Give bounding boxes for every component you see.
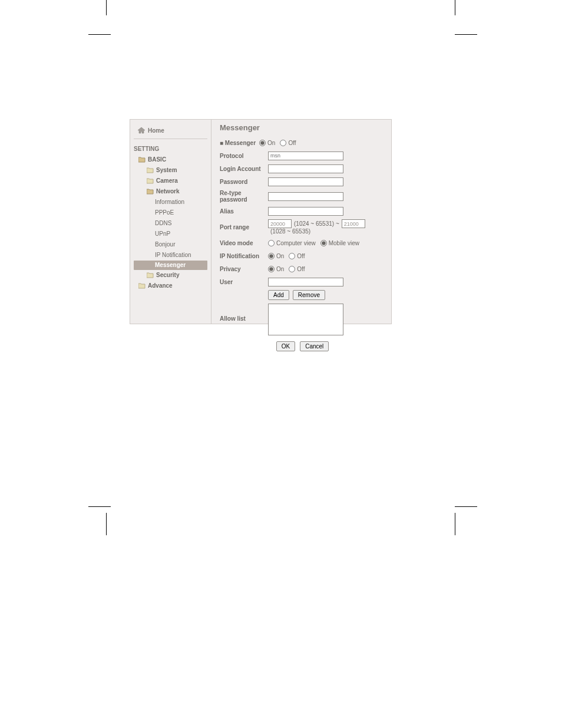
ipnotif-opts: On Off [268,253,310,259]
sidebar-item-security[interactable]: Security [134,270,211,281]
messenger-label: ■ Messenger [220,140,256,146]
radio-on[interactable] [268,266,275,272]
heading-text: SETTING [134,145,159,153]
radio-label: On [276,266,284,272]
radio-mobile[interactable] [320,240,327,246]
remove-button[interactable]: Remove [293,290,325,300]
videomode-opts: Computer view Mobile view [268,240,364,246]
radio-off[interactable] [289,253,295,259]
row-videomode: Video mode Computer view Mobile view [220,238,385,248]
row-protocol: Protocol [220,151,385,160]
sidebar: Home SETTING BASIC System Camera [130,120,211,324]
messenger-on[interactable]: On [259,140,275,146]
sidebar-item-upnp[interactable]: UPnP [134,229,211,239]
add-button[interactable]: Add [268,290,289,300]
radio-label: Off [297,266,305,272]
radio-off[interactable] [280,140,286,146]
sidebar-item-ipnotification[interactable]: IP Notification [134,250,211,261]
radio-label: On [276,253,284,259]
content-area: Messenger ■ Messenger On Off Protocol Lo… [211,120,391,324]
sidebar-item-system[interactable]: System [134,165,211,176]
field-label: Allow list [220,304,268,322]
addremove-opts: Add Remove [268,290,325,300]
folder-icon [138,283,146,289]
page-title: Messenger [220,123,385,132]
sidebar-item-network[interactable]: Network [134,186,211,197]
item-label: PPPoE [155,209,174,217]
field-label: User [220,279,268,285]
item-label: Advance [148,282,173,290]
sidebar-item-pppoe[interactable]: PPPoE [134,207,211,218]
login-input[interactable] [268,164,343,173]
home-link[interactable]: Home [134,124,207,139]
port-end-input[interactable] [342,219,365,228]
item-label: Information [155,198,184,206]
sidebar-item-ddns[interactable]: DDNS [134,218,211,229]
item-label: Messenger [155,261,186,269]
sidebar-heading-setting: SETTING [134,144,211,154]
folder-open-icon [147,189,154,195]
item-label: UPnP [155,230,170,238]
item-label: DDNS [155,219,171,228]
field-label: Password [220,179,268,185]
folder-icon [147,167,154,173]
crop-mark [88,34,111,35]
field-label: Privacy [220,266,268,272]
radio-label: Computer view [276,240,316,246]
crop-mark [455,34,477,35]
messenger-off[interactable]: Off [280,140,296,146]
crop-mark [106,0,107,15]
item-label: Network [156,187,179,196]
video-mobile[interactable]: Mobile view [320,240,359,246]
retype-input[interactable] [268,192,343,201]
portrange-opts: (1024 ~ 65531) ~ (1028 ~ 65535) [268,219,385,235]
field-label: Port range [220,224,268,230]
nav-tree: SETTING BASIC System Camera Network [130,143,211,291]
ok-button[interactable]: OK [276,341,295,351]
radio-on[interactable] [268,253,275,259]
sidebar-item-information[interactable]: Information [134,197,211,207]
ipnotif-on[interactable]: On [268,253,284,259]
privacy-off[interactable]: Off [289,266,305,272]
port-start-input[interactable] [268,219,292,228]
messenger-toggle-row: ■ Messenger On Off [220,138,385,147]
folder-icon [147,272,154,278]
allowlist-box[interactable] [268,304,343,335]
row-privacy: Privacy On Off [220,264,385,274]
field-label: IP Notification [220,253,268,259]
video-computer[interactable]: Computer view [268,240,316,246]
radio-on[interactable] [259,140,266,146]
protocol-input[interactable] [268,151,343,160]
crop-mark [455,506,477,507]
cancel-button[interactable]: Cancel [300,341,329,351]
radio-off[interactable] [289,266,295,272]
item-label: Bonjour [155,241,175,249]
privacy-opts: On Off [268,266,310,272]
crop-mark [88,506,111,507]
field-label: Video mode [220,240,268,246]
sidebar-item-advance[interactable]: Advance [134,281,211,291]
row-user: User [220,277,385,286]
row-retype: Re-type password [220,190,385,203]
ipnotif-off[interactable]: Off [289,253,305,259]
item-label: Security [156,271,179,279]
field-label: Alias [220,208,268,215]
item-label: BASIC [148,156,166,164]
sidebar-item-messenger[interactable]: Messenger [134,261,207,270]
sidebar-item-camera[interactable]: Camera [134,176,211,186]
sidebar-item-basic[interactable]: BASIC [134,154,211,165]
user-input[interactable] [268,278,343,286]
alias-input[interactable] [268,207,343,216]
radio-label: Off [297,253,305,259]
radio-computer[interactable] [268,240,275,246]
settings-panel: Home SETTING BASIC System Camera [130,119,392,324]
password-input[interactable] [268,177,343,186]
row-ipnotif: IP Notification On Off [220,251,385,261]
row-allowlist: Allow list [220,304,385,335]
field-label: Re-type password [220,190,268,203]
privacy-on[interactable]: On [268,266,284,272]
sidebar-item-bonjour[interactable]: Bonjour [134,239,211,250]
port-hint: (1024 ~ 65531) ~ [294,220,339,227]
folder-open-icon [138,157,146,163]
port-hint: (1028 ~ 65535) [270,228,310,235]
